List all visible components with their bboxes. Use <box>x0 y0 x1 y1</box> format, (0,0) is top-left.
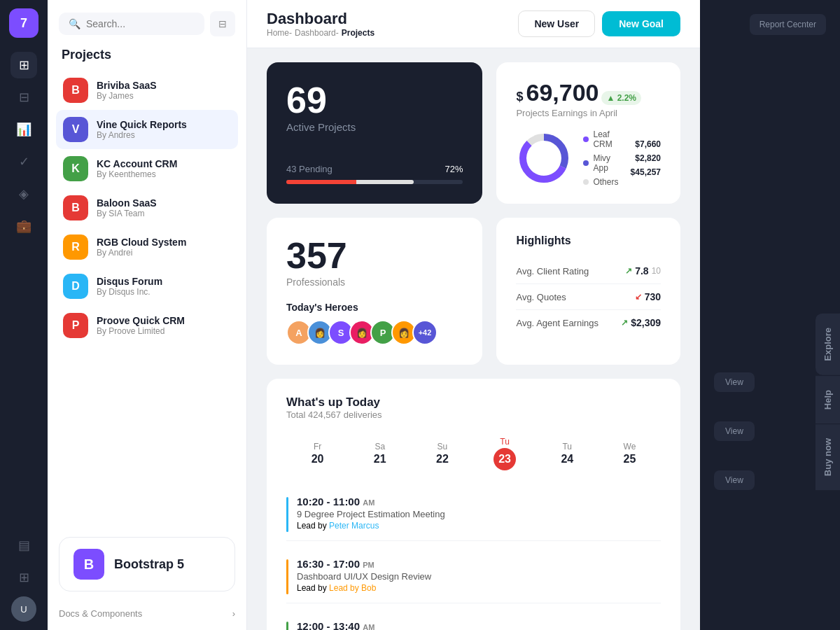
event-accent <box>286 559 288 594</box>
right-tab-help[interactable]: Help <box>816 375 840 424</box>
highlight-val-3: $2,309 <box>631 317 661 328</box>
breadcrumb-dashboard[interactable]: Dashboard- <box>295 28 339 38</box>
professionals-label: Professionals <box>286 276 463 288</box>
new-goal-button[interactable]: New Goal <box>602 11 680 36</box>
nav-icon-dashboard[interactable]: ⊞ <box>10 52 37 78</box>
project-info: Proove Quick CRM By Proove Limited <box>97 315 185 336</box>
search-input[interactable] <box>86 18 195 29</box>
highlight-label-2: Avg. Quotes <box>516 292 566 302</box>
breadcrumb: Home- Dashboard- Projects <box>267 28 374 38</box>
trend-up-icon-3: ↗ <box>621 318 628 328</box>
project-list: B Briviba SaaS By James V Vine Quick Rep… <box>48 71 246 526</box>
earnings-card: $ 69,700 ▲ 2.2% Projects Earnings in Apr… <box>496 62 680 204</box>
event-time: 16:30 - 17:00 PM <box>297 558 431 570</box>
project-icon: P <box>63 313 88 338</box>
breadcrumb-home[interactable]: Home- <box>267 28 292 38</box>
project-name: Baloon SaaS <box>97 197 157 209</box>
event-ampm: AM <box>363 623 374 630</box>
nav-icon-chart[interactable]: 📊 <box>10 116 37 143</box>
project-item[interactable]: B Briviba SaaS By James <box>56 71 238 110</box>
search-input-wrap[interactable]: 🔍 <box>59 13 204 35</box>
earnings-amounts: $7,660 $2,820 $45,257 <box>631 139 661 177</box>
nav-icon-check[interactable]: ✓ <box>10 148 37 175</box>
nav-icon-apps[interactable]: ⊞ <box>10 564 37 591</box>
day-num: 24 <box>539 453 596 465</box>
calendar-day[interactable]: Sa 21 <box>349 436 411 471</box>
legend-label-3: Others <box>593 177 618 187</box>
project-name: Proove Quick CRM <box>97 315 185 326</box>
projects-sidebar: 🔍 ⊟ Projects B Briviba SaaS By James V V… <box>48 0 247 630</box>
pending-label: 43 Pending <box>286 164 332 174</box>
user-badge[interactable]: 7 <box>9 8 38 38</box>
bootstrap-label: Bootstrap 5 <box>114 557 184 572</box>
calendar-day[interactable]: We 25 <box>598 436 661 471</box>
project-info: Disqus Forum By Disqus Inc. <box>97 276 162 297</box>
report-center-button[interactable]: Report Cecnter <box>750 14 826 35</box>
project-by: By Proove Limited <box>97 326 185 336</box>
event-person[interactable]: Peter Marcus <box>329 521 379 531</box>
project-info: RGB Cloud System By Andrei <box>97 237 186 258</box>
project-name: RGB Cloud System <box>97 237 186 248</box>
right-tab-buynow[interactable]: Buy now <box>816 424 840 490</box>
event-lead: Lead by Lead by Bob <box>297 583 431 593</box>
event-person[interactable]: Lead by Bob <box>329 583 376 593</box>
docs-arrow[interactable]: › <box>232 608 235 619</box>
calendar-day[interactable]: Tu 24 <box>536 436 598 471</box>
docs-bar: Docs & Components › <box>48 603 246 630</box>
event-details: 16:30 - 17:00 PM Dashboard UI/UX Design … <box>297 558 431 593</box>
calendar-day[interactable]: Su 22 <box>411 436 473 471</box>
donut-chart <box>516 130 572 186</box>
earnings-chart-row: Leaf CRM Mivy App Others <box>516 130 661 187</box>
project-item[interactable]: R RGB Cloud System By Andrei <box>56 227 238 267</box>
project-item[interactable]: V Vine Quick Reports By Andres <box>56 110 238 149</box>
event-lead: Lead by Peter Marcus <box>297 521 445 531</box>
project-name: KC Account CRM <box>97 158 177 169</box>
active-projects-number: 69 <box>286 82 463 118</box>
main-with-panel: Dashboard Home- Dashboard- Projects New … <box>247 0 840 630</box>
new-user-button[interactable]: New User <box>518 10 595 37</box>
calendar-nav: Fr 20 Sa 21 Su 22 Tu 23 Tu 24 We 25 <box>286 431 661 476</box>
hero-avatar-more[interactable]: +42 <box>412 320 438 345</box>
project-icon: B <box>63 78 88 103</box>
calendar-day[interactable]: Tu 23 <box>474 431 536 476</box>
filter-button[interactable]: ⊟ <box>210 11 235 36</box>
project-by: By SIA Team <box>97 209 157 218</box>
wu-title: What's up Today <box>286 396 661 410</box>
project-item[interactable]: B Baloon SaaS By SIA Team <box>56 188 238 227</box>
project-by: By Andres <box>97 130 187 140</box>
right-tab-explore[interactable]: Explore <box>816 313 840 375</box>
view-button-1[interactable]: View <box>714 372 755 392</box>
project-name: Briviba SaaS <box>97 80 157 91</box>
main-content: Dashboard Home- Dashboard- Projects New … <box>247 0 700 630</box>
view-button-3[interactable]: View <box>714 470 755 490</box>
project-item[interactable]: P Proove Quick CRM By Proove Limited <box>56 306 238 345</box>
nav-icon-card[interactable]: ▤ <box>10 532 37 559</box>
event-title: Dashboard UI/UX Design Review <box>297 571 431 582</box>
project-item[interactable]: K KC Account CRM By Keenthemes <box>56 149 238 188</box>
project-icon: R <box>63 234 88 260</box>
wu-sub: Total 424,567 deliveries <box>286 410 661 420</box>
event-item: 10:20 - 11:00 AM 9 Degree Project Estima… <box>286 487 661 541</box>
calendar-day[interactable]: Fr 20 <box>286 436 349 471</box>
day-num: 23 <box>493 448 516 470</box>
project-item[interactable]: D Disqus Forum By Disqus Inc. <box>56 267 238 306</box>
projects-section-title: Projects <box>48 48 246 71</box>
event-ampm: PM <box>363 561 374 569</box>
day-name: Fr <box>289 442 346 451</box>
breadcrumb-projects: Projects <box>342 28 374 38</box>
project-icon: B <box>63 195 88 220</box>
user-avatar[interactable]: U <box>11 596 36 622</box>
nav-icon-briefcase[interactable]: 💼 <box>10 213 37 239</box>
search-icon: 🔍 <box>69 18 80 29</box>
project-info: Baloon SaaS By SIA Team <box>97 197 157 218</box>
event-details: 10:20 - 11:00 AM 9 Degree Project Estima… <box>297 496 445 531</box>
nav-icon-layers[interactable]: ◈ <box>10 181 37 207</box>
day-num: 22 <box>414 453 470 465</box>
day-num: 20 <box>289 453 346 465</box>
header-title-area: Dashboard Home- Dashboard- Projects <box>267 10 374 38</box>
project-icon: V <box>63 117 88 142</box>
docs-label: Docs & Components <box>59 608 142 619</box>
nav-icon-grid[interactable]: ⊟ <box>10 84 37 111</box>
active-projects-card: 69 Active Projects 43 Pending 72% <box>267 62 482 204</box>
view-button-2[interactable]: View <box>714 421 755 441</box>
